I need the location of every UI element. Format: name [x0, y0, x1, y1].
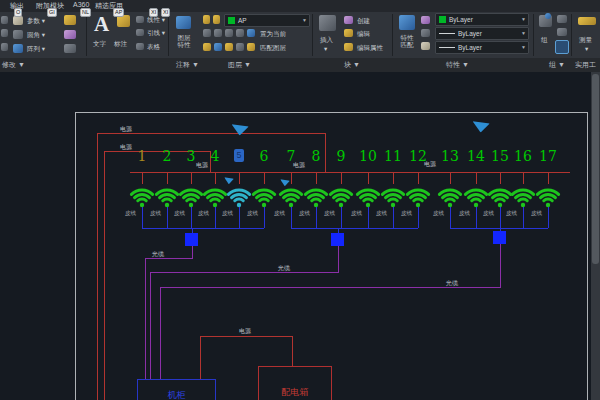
insert-button[interactable]: 插入 [320, 36, 333, 45]
set-current-button[interactable]: 置为当前 [260, 30, 286, 39]
keytip: GI [47, 8, 57, 17]
text-tool-icon[interactable]: A [94, 12, 109, 37]
layer-dropdown[interactable]: AP ▼ [224, 14, 310, 27]
ap-number[interactable]: 11 [382, 148, 404, 164]
cabinet-box[interactable]: 机柜 [137, 379, 216, 400]
lineweight-dropdown[interactable]: ByLayer ▼ [435, 27, 529, 40]
leader-button[interactable]: 引线 ▾ [147, 29, 165, 38]
panel-footer-properties[interactable]: 特性 ▼ [446, 60, 469, 70]
modify-row1-button[interactable]: 参数 ▾ [27, 17, 45, 26]
ap-number[interactable]: 15 [489, 148, 511, 164]
ap-number[interactable]: 13 [439, 148, 461, 164]
junction-box[interactable] [185, 233, 198, 246]
ap-number[interactable]: 10 [357, 148, 379, 164]
ap-number[interactable]: 6 [253, 148, 275, 164]
ap-number[interactable]: 8 [305, 148, 327, 164]
panel-footer-annotate[interactable]: 注释 ▼ [176, 60, 199, 70]
group-toggle-icon[interactable] [555, 40, 569, 54]
layer-tool-icon[interactable] [214, 43, 222, 51]
bulb-icon[interactable] [203, 15, 210, 24]
power-tick [450, 172, 451, 184]
layer-properties-icon[interactable] [176, 16, 191, 29]
block-create-icon[interactable] [344, 16, 353, 24]
ap-number[interactable]: 3 [180, 148, 202, 164]
dimension-button[interactable]: 标注 [114, 40, 127, 49]
match-properties-button[interactable]: 特性 匹配 [396, 34, 418, 48]
layer-tool-icon[interactable] [203, 29, 211, 37]
layer-tool-icon[interactable] [225, 43, 233, 51]
layer-tool-icon[interactable] [247, 43, 255, 51]
drop-line [316, 207, 317, 228]
ap-number[interactable]: 17 [537, 148, 559, 164]
ap-number[interactable]: 1 [131, 148, 153, 164]
layer-tool-icon[interactable] [203, 43, 211, 51]
drop-cable-label: 皮线 [274, 210, 285, 217]
array-icon[interactable] [13, 44, 23, 53]
match-properties-icon[interactable] [399, 15, 415, 30]
group-edit-icon[interactable] [557, 28, 567, 36]
red-wire [104, 151, 105, 400]
color-wheel-icon[interactable] [421, 16, 430, 24]
ap-number[interactable]: 16 [512, 148, 534, 164]
fillet-icon[interactable] [13, 30, 23, 39]
layer-tool-icon[interactable] [236, 29, 244, 37]
modify-row3-button[interactable]: 阵列 ▾ [27, 45, 45, 54]
edit-attributes-icon[interactable] [344, 43, 353, 51]
ap-number-badge[interactable]: 5 [234, 149, 244, 162]
junction-box[interactable] [493, 231, 506, 244]
junction-box[interactable] [331, 233, 344, 246]
transparency-icon[interactable] [421, 42, 430, 50]
match-line1: 特性 [401, 34, 414, 41]
panel-footer-utilities[interactable]: 实用工 [575, 60, 596, 70]
panel-footer-layer[interactable]: 图层 ▼ [228, 60, 251, 70]
pencil-icon[interactable] [64, 15, 76, 25]
linetype-dropdown[interactable]: ByLayer ▼ [435, 41, 529, 54]
parameter-icon[interactable] [13, 16, 23, 25]
linear-dim-icon[interactable] [136, 16, 144, 23]
tab-a360[interactable]: A360 [73, 1, 89, 8]
table-icon[interactable] [136, 43, 144, 50]
insert-block-icon[interactable] [319, 15, 336, 31]
clipped-icon[interactable] [1, 43, 8, 51]
text-button[interactable]: 文字 [93, 40, 106, 49]
measure-ruler-icon[interactable] [578, 17, 596, 25]
color-dropdown[interactable]: ByLayer ▼ [435, 13, 529, 26]
gradient-icon[interactable] [64, 44, 76, 53]
ap-number[interactable]: 2 [156, 148, 178, 164]
table-button[interactable]: 表格 [147, 43, 160, 52]
lineweight-value: ByLayer [458, 30, 482, 37]
block-edit-icon[interactable] [344, 29, 353, 37]
ap-number[interactable]: 9 [330, 148, 352, 164]
layer-tool-icon[interactable] [214, 29, 222, 37]
edit-attributes-button[interactable]: 编辑属性 [357, 44, 383, 53]
modify-row2-button[interactable]: 圆角 ▾ [27, 31, 45, 40]
block-create-button[interactable]: 创建 [357, 17, 370, 26]
panel-footer-modify[interactable]: 修改 ▼ [2, 60, 25, 70]
clipped-icon[interactable] [1, 16, 8, 24]
clipped-icon[interactable] [1, 29, 8, 37]
layer-tool-icon[interactable] [247, 29, 255, 37]
measure-button[interactable]: 测量 [579, 36, 592, 45]
red-wire [200, 336, 293, 337]
ungroup-icon[interactable] [557, 15, 567, 23]
layer-tool-icon[interactable] [225, 29, 233, 37]
panel-footer-group[interactable]: 组 ▼ [549, 60, 565, 70]
lineweight-icon[interactable] [421, 29, 430, 37]
leader-icon[interactable] [136, 29, 144, 36]
layer-properties-button[interactable]: 图层 特性 [172, 34, 196, 48]
eraser-icon[interactable] [64, 30, 76, 39]
ap-number[interactable]: 14 [465, 148, 487, 164]
red-wire [130, 172, 570, 173]
linear-button[interactable]: 线性 ▾ [147, 16, 165, 25]
sun-icon[interactable] [213, 15, 220, 24]
block-edit-button[interactable]: 编辑 [357, 30, 370, 39]
ap-number[interactable]: 4 [204, 148, 226, 164]
match-layer-button[interactable]: 匹配图层 [260, 44, 286, 53]
distribution-box[interactable]: 配电箱 [258, 366, 332, 400]
layer-tool-icon[interactable] [236, 43, 244, 51]
ap-number[interactable]: 12 [407, 148, 429, 164]
panel-footer-block[interactable]: 块 ▼ [344, 60, 360, 70]
scrollbar-thumb[interactable] [592, 74, 599, 264]
ap-number[interactable]: 7 [280, 148, 302, 164]
power-label: 电源 [120, 125, 132, 134]
